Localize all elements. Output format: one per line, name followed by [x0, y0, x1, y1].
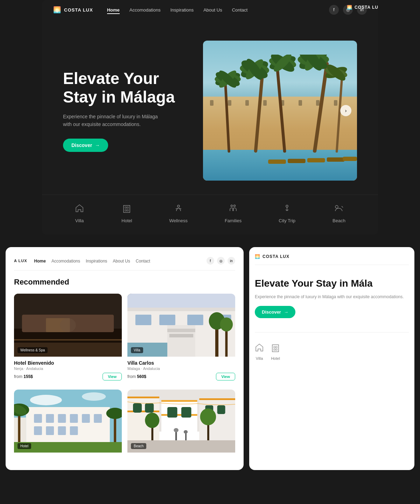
brand-name-mobile: COSTA LUX	[262, 254, 289, 259]
hero-text: Elevate Your Stay in Málaga Experience t…	[63, 69, 189, 152]
card-info-2: Villa Carlos Malaga · Andalucia from 560…	[127, 357, 235, 384]
category-wellness[interactable]: Wellness	[169, 203, 188, 223]
card-footer-1: from 155$ View	[14, 373, 122, 380]
main-hero-section: 🌅 COSTA LUX Home Accomodations Inspirati…	[42, 0, 378, 234]
arrow-right-icon: →	[95, 142, 100, 148]
svg-rect-90	[127, 397, 159, 398]
hero-mobile-title: Elevate Your Stay in Mála	[255, 278, 409, 289]
svg-rect-79	[70, 426, 78, 435]
card-info-4	[127, 453, 235, 460]
svg-point-105	[184, 430, 188, 434]
nav-small: Home Accomodations Inspirations About Us…	[34, 258, 150, 264]
nav-sm-about[interactable]: About Us	[113, 258, 130, 264]
svg-point-49	[60, 318, 76, 332]
card-hotel-bienvenido[interactable]: Wellness & Spa Hotel Bienvenido Nerja · …	[14, 294, 122, 384]
category-villa[interactable]: Villa	[75, 203, 84, 223]
social-icons-small: f ◎ in	[206, 257, 235, 265]
nav-item-home[interactable]: Home	[107, 7, 120, 13]
nav-sm-accommodations[interactable]: Accomodations	[51, 258, 80, 264]
mobile-category-bar: Villa Hotel	[255, 332, 409, 360]
category-city-trip[interactable]: City Trip	[279, 203, 295, 223]
recommended-title: Recommended	[14, 278, 235, 287]
svg-rect-93	[127, 411, 159, 412]
svg-rect-74	[82, 414, 90, 423]
discover-mobile-button[interactable]: Discover →	[255, 306, 295, 318]
svg-rect-110	[272, 345, 279, 352]
hero-title: Elevate Your Stay in Málaga	[63, 69, 189, 106]
ig-icon-sm[interactable]: ◎	[217, 257, 225, 265]
card-footer-2: from 560$ View	[127, 373, 235, 380]
nav-item-about[interactable]: About Us	[203, 7, 222, 13]
category-families[interactable]: Families	[225, 203, 241, 223]
svg-rect-98	[181, 407, 191, 418]
svg-rect-36	[127, 210, 128, 211]
facebook-icon[interactable]: f	[329, 5, 339, 15]
svg-rect-70	[34, 414, 42, 423]
mobile-category-villa[interactable]: Villa	[255, 343, 264, 360]
nav-item-inspirations[interactable]: Inspirations	[170, 7, 194, 13]
beach-icon	[334, 203, 344, 215]
navbar: 🌅 COSTA LUX Home Accomodations Inspirati…	[42, 0, 378, 20]
card-villa-carlos[interactable]: Villa Villa Carlos Malaga · Andalucia fr…	[127, 294, 235, 384]
card-hotel[interactable]: Hotel	[14, 390, 122, 460]
view-button-2[interactable]: View	[216, 373, 235, 380]
svg-rect-53	[135, 315, 152, 325]
logo-sun-icon-right: 🌅	[347, 5, 352, 10]
card-beach[interactable]: Beach	[127, 390, 235, 460]
svg-point-109	[200, 408, 216, 425]
villa-label: Villa	[75, 218, 84, 223]
hero-content: Elevate Your Stay in Málaga Experience t…	[42, 20, 378, 195]
discover-label: Discover	[71, 142, 92, 148]
svg-rect-27	[268, 160, 286, 164]
palm-trees	[203, 55, 357, 153]
mobile-category-hotel[interactable]: Hotel	[271, 343, 280, 360]
families-label: Families	[225, 218, 241, 223]
nav-sm-inspirations[interactable]: Inspirations	[86, 258, 107, 264]
svg-point-41	[335, 205, 338, 208]
mobile-villa-label: Villa	[256, 356, 263, 360]
card-badge-1: Wellness & Spa	[18, 347, 48, 353]
view-button-1[interactable]: View	[103, 373, 122, 380]
logo[interactable]: 🌅 COSTA LUX	[53, 6, 93, 14]
discover-button[interactable]: Discover →	[63, 139, 108, 152]
svg-rect-76	[34, 426, 42, 435]
category-hotel[interactable]: Hotel	[121, 203, 132, 223]
navbar-small: A LUX Home Accomodations Inspirations Ab…	[14, 257, 235, 271]
nav-sm-contact[interactable]: Contact	[136, 258, 150, 264]
fb-icon-sm[interactable]: f	[206, 257, 214, 265]
svg-rect-97	[167, 407, 177, 418]
svg-rect-54	[159, 315, 175, 325]
card-price-2: from 560$	[127, 374, 146, 379]
navbar-mobile: 🌅 COSTA LUX	[255, 254, 409, 265]
category-beach[interactable]: Beach	[332, 203, 345, 223]
card-badge-2: Villa	[131, 347, 143, 353]
svg-rect-113	[274, 349, 275, 350]
li-icon-sm[interactable]: in	[227, 257, 235, 265]
villa-icon	[75, 203, 84, 215]
logo-mobile: 🌅 COSTA LUX	[255, 254, 289, 259]
nav-sm-home[interactable]: Home	[34, 258, 46, 264]
svg-rect-55	[187, 315, 203, 325]
svg-rect-30	[327, 158, 345, 162]
svg-rect-71	[46, 414, 54, 423]
svg-rect-0	[224, 81, 230, 153]
brand-name: COSTA LUX	[64, 7, 93, 13]
svg-rect-48	[14, 339, 122, 341]
carousel-next-button[interactable]: ›	[340, 105, 351, 116]
hero-mobile: Elevate Your Stay in Mála Experience the…	[255, 271, 409, 325]
nav-item-accommodations[interactable]: Accomodations	[130, 7, 161, 13]
card-img-2: Villa	[127, 294, 235, 357]
card-badge-3: Hotel	[18, 443, 31, 449]
svg-rect-29	[307, 158, 325, 162]
svg-rect-35	[125, 210, 126, 211]
hero-description: Experience the pinnacle of luxury in Mál…	[63, 113, 161, 128]
wellness-icon	[174, 203, 183, 215]
svg-rect-77	[46, 426, 54, 435]
svg-rect-94	[161, 414, 197, 416]
logo-small: A LUX	[14, 259, 27, 263]
city-trip-icon	[282, 203, 292, 215]
nav-item-contact[interactable]: Contact	[232, 7, 248, 13]
card-location-2: Malaga · Andalucia	[127, 366, 235, 371]
logo-mobile-icon: 🌅	[255, 254, 260, 259]
card-name-2: Villa Carlos	[127, 360, 235, 366]
